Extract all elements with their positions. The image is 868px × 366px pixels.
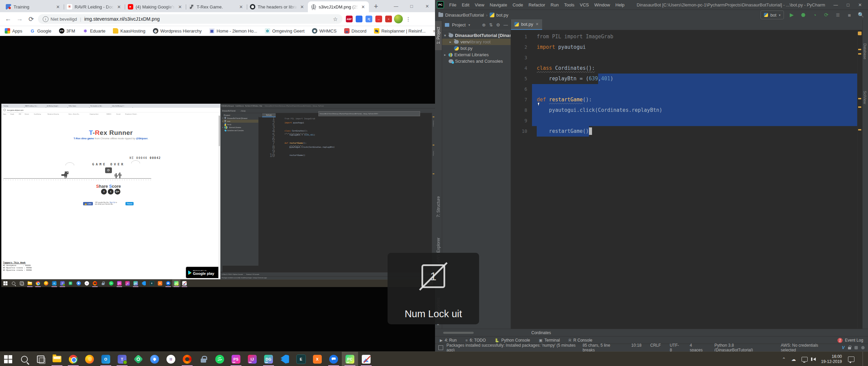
- breadcrumb-file[interactable]: bot.py: [496, 13, 508, 18]
- browser-tab[interactable]: s3ivcJ1xDM.png (256 ✕: [308, 1, 369, 12]
- status-segment[interactable]: 10:18: [631, 343, 642, 352]
- collapse-all-icon[interactable]: ⇅: [489, 22, 493, 27]
- editor-tab-botpy[interactable]: bot.py ✕: [511, 19, 542, 30]
- close-icon[interactable]: ✕: [858, 2, 862, 7]
- taskbar-app-icon[interactable]: [179, 352, 195, 366]
- browser-tab[interactable]: (4) Making Google's ✕: [125, 1, 186, 12]
- chevron-down-icon[interactable]: ▾: [468, 23, 470, 27]
- show-desktop-button[interactable]: [863, 352, 865, 366]
- onedrive-cloud-icon[interactable]: ☁: [791, 357, 796, 362]
- extension-icon[interactable]: ABP: [346, 16, 353, 22]
- tree-expander-icon[interactable]: ▾: [444, 34, 449, 37]
- displayed-image-screenshot[interactable]: Training ✕ RAVR Leiding - Docu ✕ (4) Mak…: [1, 104, 435, 287]
- concurrency-button[interactable]: ≣: [834, 12, 842, 18]
- tab-close-icon[interactable]: ✕: [55, 4, 61, 9]
- forward-icon[interactable]: →: [15, 14, 24, 24]
- breadcrumb-project[interactable]: DinasaurBotTutorial: [445, 13, 484, 18]
- tray-chevron-icon[interactable]: ⌃: [782, 357, 786, 362]
- taskbar-app-icon[interactable]: [277, 352, 293, 366]
- tab-close-icon[interactable]: ✕: [360, 4, 366, 9]
- status-segment[interactable]: AWS: No credentials selected: [781, 343, 833, 352]
- taskbar-app-icon[interactable]: X: [309, 352, 326, 366]
- maximize-icon[interactable]: □: [404, 0, 419, 12]
- taskbar-app-icon[interactable]: IJ: [244, 352, 260, 366]
- tab-close-icon[interactable]: ✕: [238, 4, 244, 9]
- debug-button[interactable]: ⬣: [800, 12, 807, 18]
- tree-expander-icon[interactable]: ▸: [450, 40, 454, 44]
- display-icon[interactable]: [802, 357, 808, 362]
- taskbar-app-icon[interactable]: PC: [342, 352, 358, 366]
- bookmark-item[interactable]: 3FM: [59, 28, 75, 34]
- taskbar-app-icon[interactable]: [358, 352, 374, 366]
- taskbar-app-icon[interactable]: [326, 352, 342, 366]
- bookmark-item[interactable]: Reisplanner | Reisinf...: [374, 28, 426, 34]
- taskbar-app-icon[interactable]: DG: [260, 352, 277, 366]
- action-center-icon[interactable]: [848, 357, 854, 362]
- bookmark-item[interactable]: Discord: [344, 28, 367, 34]
- taskbar-app-icon[interactable]: [195, 352, 212, 366]
- tree-row[interactable]: Scratches and Consoles: [442, 58, 511, 64]
- search-everywhere-icon[interactable]: 🔍: [857, 12, 865, 18]
- taskbar-app-icon[interactable]: [16, 352, 33, 366]
- tool-tab-structure[interactable]: 7: Structure: [435, 187, 442, 217]
- menu-item[interactable]: Edit: [459, 2, 472, 7]
- tool-tab-sciview[interactable]: SciView: [863, 91, 867, 104]
- taskbar-app-icon[interactable]: E: [293, 352, 309, 366]
- tab-close-icon[interactable]: ✕: [177, 4, 183, 9]
- speaker-icon[interactable]: [813, 358, 816, 361]
- maximize-icon[interactable]: □: [847, 2, 849, 7]
- toolwindow-button[interactable]: R R Console: [569, 338, 592, 343]
- extension-icon[interactable]: [356, 16, 362, 22]
- coverage-button[interactable]: ◔: [811, 12, 818, 18]
- profile-avatar[interactable]: [394, 15, 403, 23]
- bookmark-item[interactable]: Home - 2lemon Ho...: [209, 28, 257, 34]
- url-text[interactable]: img.stevensmax.nl/s3ivcJ1xDM.png: [84, 16, 330, 22]
- toolwindow-button[interactable]: ≡ 6: TODO: [466, 338, 486, 343]
- taskbar-app-icon[interactable]: [163, 352, 179, 366]
- tree-row[interactable]: bot.py: [442, 45, 511, 52]
- browser-tab[interactable]: Training ✕: [3, 1, 64, 12]
- status-segment[interactable]: CRLF: [650, 343, 661, 352]
- bookmark-item[interactable]: Omgeving Geert: [265, 28, 304, 34]
- code-area[interactable]: 1 from PIL import ImageGrab: [511, 30, 857, 329]
- taskbar-app-icon[interactable]: [65, 352, 81, 366]
- horizontal-scrollbar[interactable]: [443, 332, 474, 334]
- bookmark-item[interactable]: Google: [30, 28, 52, 34]
- back-icon[interactable]: ←: [3, 14, 13, 24]
- chrome-menu-icon[interactable]: ⋮: [406, 16, 411, 22]
- lock-icon[interactable]: [848, 347, 851, 349]
- taskbar-clock[interactable]: 16:00 19-12-2019: [821, 354, 842, 364]
- taskbar-app-icon[interactable]: [81, 352, 98, 366]
- taskbar-app-icon[interactable]: O: [98, 352, 114, 366]
- new-tab-button[interactable]: +: [371, 1, 381, 12]
- tree-row[interactable]: ▸ External Libraries: [442, 52, 511, 58]
- run-configuration-select[interactable]: bot ▾: [761, 11, 784, 19]
- tool-tab-project[interactable]: 1: Project: [435, 21, 442, 50]
- taskbar-app-icon[interactable]: PS: [228, 352, 244, 366]
- tab-close-icon[interactable]: ✕: [535, 22, 538, 26]
- status-segment[interactable]: UTF-8: [670, 343, 681, 352]
- bookmark-item[interactable]: KaasHosting: [113, 28, 145, 34]
- status-segment[interactable]: 85 chars, 5 line breaks: [583, 343, 623, 352]
- menu-item[interactable]: Window: [592, 2, 613, 7]
- menu-item[interactable]: Code: [510, 2, 526, 7]
- minimize-icon[interactable]: —: [833, 2, 838, 7]
- reload-icon[interactable]: ⟳: [26, 14, 36, 24]
- menu-item[interactable]: File: [447, 2, 459, 7]
- bookmark-item[interactable]: Eduarte: [83, 28, 106, 34]
- project-panel-title[interactable]: Project: [452, 22, 466, 27]
- extension-icon[interactable]: ≡: [385, 16, 392, 22]
- bookmark-star-icon[interactable]: ☆: [333, 16, 338, 22]
- breadcrumb-class[interactable]: Cordinates: [531, 330, 551, 335]
- tab-close-icon[interactable]: ✕: [116, 4, 122, 9]
- status-segment[interactable]: Python 3.8 (DinasaurBotTutorial): [714, 343, 772, 352]
- toolwindow-button[interactable]: ▶ 4: Run: [440, 338, 457, 343]
- taskbar-app-icon[interactable]: [212, 352, 228, 366]
- taskbar-app-icon[interactable]: [0, 352, 16, 366]
- menu-item[interactable]: Run: [548, 2, 561, 7]
- event-log-button[interactable]: 2 Event Log: [837, 338, 863, 343]
- address-bar[interactable]: i Niet beveiligd | img.stevensmax.nl/s3i…: [38, 14, 342, 24]
- settings-gear-icon[interactable]: ⚙: [496, 22, 500, 27]
- tree-expander-icon[interactable]: ▸: [444, 53, 449, 57]
- extension-icon[interactable]: F[: [366, 16, 372, 22]
